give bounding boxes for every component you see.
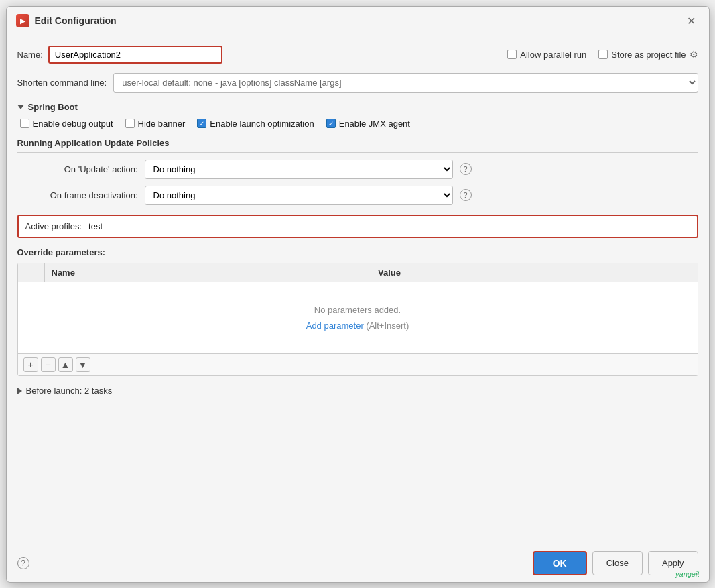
gear-icon[interactable]: ⚙ <box>690 49 698 60</box>
dialog-title: Edit Configuration <box>35 15 117 26</box>
update-action-help[interactable]: ? <box>460 163 472 175</box>
params-value-col: Value <box>371 263 698 282</box>
app-icon: ▶ <box>16 14 29 27</box>
remove-param-button[interactable]: − <box>41 357 56 372</box>
params-name-col: Name <box>45 263 372 282</box>
shorten-command-row: Shorten command line: user-local default… <box>17 73 698 93</box>
active-profiles-row: Active profiles: <box>17 215 698 238</box>
edit-configuration-dialog: ▶ Edit Configuration ✕ Name: Allow paral… <box>6 6 710 583</box>
shorten-label: Shorten command line: <box>17 78 107 88</box>
enable-jmx-label: Enable JMX agent <box>339 119 410 129</box>
add-param-link[interactable]: Add parameter <box>306 320 364 331</box>
right-checkboxes: Allow parallel run Store as project file… <box>507 49 698 60</box>
params-header: Name Value <box>18 263 698 282</box>
footer-buttons: OK Close Apply <box>533 551 698 575</box>
params-table: Name Value No parameters added. Add para… <box>17 263 698 377</box>
enable-debug-label: Enable debug output <box>33 119 113 129</box>
enable-jmx-checkbox[interactable]: ✓ <box>326 119 336 128</box>
dialog-footer: ? OK Close Apply <box>7 544 709 582</box>
add-param-button[interactable]: + <box>23 357 38 372</box>
help-icon[interactable]: ? <box>17 557 29 569</box>
title-bar-left: ▶ Edit Configuration <box>16 14 117 27</box>
hide-banner-checkbox[interactable] <box>125 119 135 128</box>
name-input[interactable] <box>48 46 222 64</box>
store-project-group: Store as project file ⚙ <box>598 49 698 60</box>
enable-debug-group: Enable debug output <box>20 119 113 129</box>
frame-deactivation-help[interactable]: ? <box>460 189 472 201</box>
name-section: Name: <box>17 46 222 64</box>
frame-deactivation-select[interactable]: Do nothing Update classes and resources … <box>145 186 453 205</box>
hide-banner-label: Hide banner <box>138 119 186 129</box>
move-up-button[interactable]: ▲ <box>58 357 73 372</box>
branding-text: yangeit <box>675 570 699 578</box>
frame-deactivation-row: On frame deactivation: Do nothing Update… <box>17 186 698 205</box>
update-action-select[interactable]: Do nothing Update classes and resources … <box>145 160 453 179</box>
params-empty: No parameters added. Add parameter (Alt+… <box>18 282 698 354</box>
title-bar: ▶ Edit Configuration ✕ <box>7 7 709 36</box>
active-profiles-input[interactable] <box>88 221 690 231</box>
update-action-label: On 'Update' action: <box>17 164 138 174</box>
override-params-title: Override parameters: <box>17 247 698 257</box>
active-profiles-label: Active profiles: <box>25 221 82 231</box>
allow-parallel-label: Allow parallel run <box>520 50 586 60</box>
frame-deactivation-label: On frame deactivation: <box>17 190 138 200</box>
enable-launch-group: ✓ Enable launch optimization <box>197 119 314 129</box>
enable-debug-checkbox[interactable] <box>20 119 29 128</box>
override-params-section: Override parameters: Name Value No param… <box>17 247 698 377</box>
allow-parallel-group: Allow parallel run <box>507 50 586 60</box>
hide-banner-group: Hide banner <box>125 119 186 129</box>
spring-boot-toggle[interactable] <box>17 105 24 109</box>
shorten-select[interactable]: user-local default: none - java [options… <box>113 73 698 93</box>
spring-boot-options: Enable debug output Hide banner ✓ Enable… <box>17 119 698 129</box>
move-down-button[interactable]: ▼ <box>76 357 90 372</box>
store-project-label: Store as project file <box>611 50 686 60</box>
store-project-checkbox[interactable] <box>598 50 608 59</box>
close-dialog-button[interactable]: Close <box>592 551 643 575</box>
enable-launch-label: Enable launch optimization <box>210 119 314 129</box>
name-label: Name: <box>17 50 43 60</box>
no-params-text: No parameters added. <box>38 302 677 318</box>
close-button[interactable]: ✕ <box>683 13 700 29</box>
allow-parallel-checkbox[interactable] <box>507 50 517 59</box>
spring-boot-title: Spring Boot <box>28 102 78 112</box>
params-toolbar: + − ▲ ▼ <box>18 353 698 375</box>
before-launch-toggle[interactable] <box>17 388 22 394</box>
spring-boot-header: Spring Boot <box>17 102 698 112</box>
enable-jmx-group: ✓ Enable JMX agent <box>326 119 410 129</box>
params-checkbox-col <box>18 263 45 282</box>
update-action-row: On 'Update' action: Do nothing Update cl… <box>17 160 698 179</box>
ok-button[interactable]: OK <box>533 551 587 575</box>
app-icon-symbol: ▶ <box>20 17 25 25</box>
name-row: Name: Allow parallel run Store as projec… <box>17 46 698 64</box>
add-param-shortcut: (Alt+Insert) <box>366 320 409 331</box>
before-launch-label: Before launch: 2 tasks <box>26 386 113 396</box>
running-policies-title: Running Application Update Policies <box>17 138 698 153</box>
running-policies-section: Running Application Update Policies On '… <box>17 138 698 205</box>
add-param-line: Add parameter (Alt+Insert) <box>38 318 677 333</box>
before-launch-section: Before launch: 2 tasks <box>17 386 698 396</box>
dialog-content: Name: Allow parallel run Store as projec… <box>7 36 709 544</box>
enable-launch-checkbox[interactable]: ✓ <box>197 119 206 128</box>
